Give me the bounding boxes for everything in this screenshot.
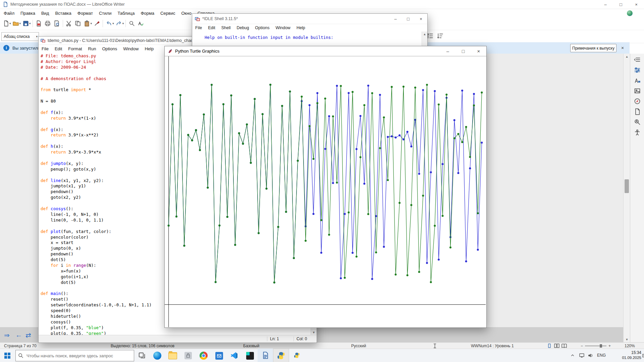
cut-icon[interactable] xyxy=(64,19,73,28)
export-pdf-icon[interactable] xyxy=(34,19,43,28)
edge-icon[interactable] xyxy=(150,349,165,362)
writer-close-button[interactable]: × xyxy=(629,0,644,9)
multi-page-view-icon[interactable] xyxy=(554,344,559,348)
selection-mode-icon[interactable] xyxy=(433,344,437,348)
accessibility-check-icon[interactable] xyxy=(633,128,642,137)
zoom-in-icon[interactable]: + xyxy=(608,344,611,348)
redo-dropdown-icon[interactable]: ▾ xyxy=(122,22,124,25)
save-icon[interactable] xyxy=(21,19,30,28)
editor-menu-file[interactable]: File xyxy=(39,45,52,52)
status-selection[interactable]: Выделено: 15 слов, 106 символов xyxy=(111,344,174,348)
scroll-down-icon[interactable]: ▼ xyxy=(624,337,630,342)
idle-maximize-button[interactable]: □ xyxy=(402,14,415,24)
task-view-button[interactable] xyxy=(134,349,150,362)
zoom-slider-thumb[interactable] xyxy=(600,344,602,348)
editor-menu-help[interactable]: Help xyxy=(142,45,157,52)
scroll-up-icon[interactable]: ▲ xyxy=(624,54,630,59)
editor-menu-format[interactable]: Format xyxy=(65,45,85,52)
shell-menu-file[interactable]: File xyxy=(192,24,205,31)
writer-menu-edit[interactable]: Правка xyxy=(17,10,38,17)
file-explorer-icon[interactable] xyxy=(165,349,180,362)
paste-dropdown-icon[interactable]: ▾ xyxy=(91,22,92,25)
writer-menu-styles[interactable]: Стили xyxy=(96,10,114,17)
idle-close-button[interactable]: × xyxy=(415,14,427,24)
open-file-icon[interactable] xyxy=(11,19,20,28)
idle-taskbar-icon[interactable] xyxy=(273,349,289,362)
find-replace-icon[interactable] xyxy=(127,19,136,28)
copy-icon[interactable] xyxy=(73,19,83,28)
shell-scroll-up-icon[interactable]: ▲ xyxy=(422,32,427,37)
writer-menu-form[interactable]: Форма xyxy=(138,10,157,17)
open-file-dropdown-icon[interactable]: ▾ xyxy=(19,22,21,25)
editor-menu-window[interactable]: Window xyxy=(120,45,142,52)
page-deck-icon[interactable] xyxy=(633,107,642,116)
status-numbering[interactable]: WWNum14 : Уровень 1 xyxy=(471,344,514,348)
libreoffice-logo-icon[interactable] xyxy=(627,10,633,16)
shell-menu-edit[interactable]: Edit xyxy=(205,24,218,31)
nav-back-icon[interactable]: ← xyxy=(15,331,22,339)
writer-maximize-button[interactable]: □ xyxy=(613,0,629,9)
turtle-close-button[interactable]: × xyxy=(471,46,486,56)
paragraph-style-dropdown-icon[interactable]: ▾ xyxy=(36,35,38,38)
writer-menu-insert[interactable]: Вставка xyxy=(52,10,74,17)
release-notes-button[interactable]: Примечания к выпуску xyxy=(570,44,616,52)
action-center-icon[interactable] xyxy=(642,353,644,358)
undo-icon[interactable] xyxy=(104,19,113,28)
new-document-icon[interactable] xyxy=(1,19,10,28)
editor-menu-edit[interactable]: Edit xyxy=(52,45,65,52)
shell-menu-help[interactable]: Help xyxy=(293,24,308,31)
print-icon[interactable] xyxy=(43,19,52,28)
python-turtle-taskbar-icon[interactable] xyxy=(289,349,305,362)
sort-descending-icon[interactable] xyxy=(435,32,444,40)
writer-menu-file[interactable]: Файл xyxy=(1,10,17,17)
tray-chevron-icon[interactable] xyxy=(570,353,575,358)
redo-icon[interactable] xyxy=(114,19,123,28)
nav-switch-icon[interactable]: ⇄ xyxy=(25,331,31,339)
writer-vertical-scrollbar[interactable]: ▲ ▼ xyxy=(623,54,630,342)
print-preview-icon[interactable] xyxy=(52,19,61,28)
turtle-minimize-button[interactable]: – xyxy=(440,46,455,56)
sidebar-menu-icon[interactable] xyxy=(633,55,642,64)
language-indicator[interactable]: ENG xyxy=(597,353,606,358)
writer-menu-table[interactable]: Таблица xyxy=(114,10,138,17)
shell-menu-options[interactable]: Options xyxy=(252,24,272,31)
save-dropdown-icon[interactable]: ▾ xyxy=(29,22,31,25)
book-view-icon[interactable] xyxy=(561,344,567,348)
shell-menu-shell[interactable]: Shell xyxy=(218,24,234,31)
shell-menu-window[interactable]: Window xyxy=(272,24,293,31)
gallery-icon[interactable] xyxy=(633,86,642,95)
zoom-out-icon[interactable]: − xyxy=(581,344,583,348)
network-icon[interactable] xyxy=(579,353,585,358)
writer-taskbar-icon[interactable] xyxy=(258,349,273,362)
styles-icon[interactable] xyxy=(633,76,642,85)
volume-icon[interactable] xyxy=(588,353,593,358)
vscode-icon[interactable] xyxy=(227,349,242,362)
paragraph-style-combo[interactable]: Абзац списка ▾ xyxy=(1,32,39,41)
search-input[interactable] xyxy=(26,353,134,359)
writer-menu-view[interactable]: Вид xyxy=(38,10,52,17)
status-page-style[interactable]: Базовый xyxy=(243,344,259,348)
editor-menu-options[interactable]: Options xyxy=(99,45,120,52)
shell-menu-debug[interactable]: Debug xyxy=(234,24,252,31)
store-icon[interactable] xyxy=(180,349,196,362)
start-button[interactable] xyxy=(1,349,14,362)
status-page[interactable]: Страница 7 из 70 xyxy=(4,344,37,348)
zoom-slider[interactable] xyxy=(585,346,606,346)
turtle-maximize-button[interactable]: □ xyxy=(455,46,471,56)
infobar-close-icon[interactable]: × xyxy=(619,45,626,51)
status-language[interactable]: Русский xyxy=(351,344,366,348)
clock[interactable]: 15:34 01.09.2025 xyxy=(616,350,641,360)
style-inspector-icon[interactable] xyxy=(633,118,642,126)
mail-icon[interactable] xyxy=(211,349,227,362)
nav-forward-icon[interactable]: ⇒ xyxy=(4,331,10,339)
properties-icon[interactable] xyxy=(633,66,642,74)
navigator-icon[interactable] xyxy=(633,97,642,106)
status-zoom[interactable]: 120% xyxy=(625,344,635,348)
idle-minimize-button[interactable]: – xyxy=(389,14,402,24)
writer-scrollbar-thumb[interactable] xyxy=(625,179,629,193)
writer-menu-tools[interactable]: Сервис xyxy=(157,10,178,17)
editor-scroll-down-icon[interactable]: ▼ xyxy=(311,329,317,335)
new-document-dropdown-icon[interactable]: ▾ xyxy=(9,22,11,25)
single-page-view-icon[interactable] xyxy=(547,344,552,348)
undo-dropdown-icon[interactable]: ▾ xyxy=(112,22,114,25)
